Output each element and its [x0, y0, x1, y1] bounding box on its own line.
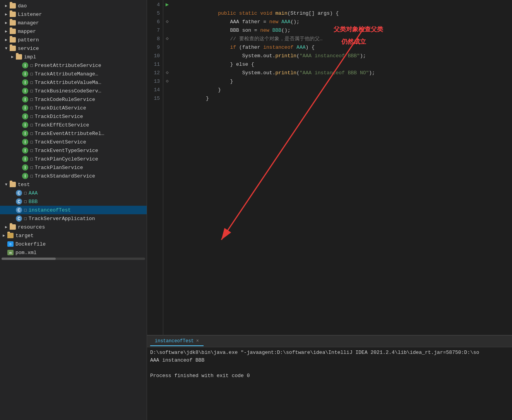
sidebar-item-label: TrackPlanCycleService — [35, 156, 98, 162]
annotation-line2: 仍然成立 — [341, 38, 366, 46]
console-cmd-line: D:\software\jdk8\bin\java.exe "-javaagen… — [150, 349, 509, 357]
code-line-6: BBB son = new BBB(); — [176, 18, 512, 26]
sidebar-item-label: resources — [18, 224, 45, 230]
sidebar-item-trackdicta[interactable]: I ◻ TrackDictAService — [0, 104, 147, 112]
sidebar-item-target[interactable]: ▶ target — [0, 231, 147, 240]
code-area[interactable]: public static void main(String[] args) {… — [171, 0, 512, 335]
sidebar-item-trackattrval[interactable]: I ◻ TrackAttributeValueMa… — [0, 78, 147, 87]
docker-icon: D — [7, 241, 14, 247]
sidebar-item-aaa[interactable]: C ◻ AAA — [0, 189, 147, 197]
sidebar-item-label: manager — [18, 20, 39, 26]
file-leaf-icon: ◻ — [24, 198, 27, 205]
sidebar-item-manager[interactable]: ▶ manager — [0, 19, 147, 27]
sidebar-item-trackdict[interactable]: I ◻ TrackDictService — [0, 112, 147, 121]
class-badge-icon: C — [15, 207, 22, 213]
sidebar-item-test[interactable]: ▼ test — [0, 180, 147, 189]
sidebar-item-trackeventattr[interactable]: I ◻ TrackEventAttributeRel… — [0, 129, 147, 138]
file-leaf-icon: ◻ — [30, 62, 33, 68]
interface-badge-icon: I — [22, 88, 29, 94]
main-layout: ▶ dao ▶ Listener ▶ manager ▶ mapper ▶ pa… — [0, 0, 512, 420]
sidebar-item-mapper[interactable]: ▶ mapper — [0, 27, 147, 36]
sidebar-item-trackserverapp[interactable]: C ◻ TrackServerApplication — [0, 214, 147, 223]
breakpoint-icon[interactable]: ◇ — [163, 68, 171, 77]
breakpoint-icon[interactable]: ◇ — [163, 77, 171, 85]
arrow-icon: ▼ — [3, 46, 9, 51]
sidebar-item-pomxml[interactable]: m pom.xml — [0, 248, 147, 257]
sidebar-item-label: test — [18, 182, 30, 188]
console-blank-line — [150, 364, 509, 372]
file-leaf-icon: ◻ — [30, 156, 33, 162]
folder-icon — [9, 37, 16, 43]
file-leaf-icon: ◻ — [24, 190, 27, 196]
sidebar-item-label: TrackStandardService — [35, 173, 95, 179]
sidebar-item-trackstd[interactable]: I ◻ TrackStandardService — [0, 172, 147, 180]
sidebar-item-instanceoftest[interactable]: C ◻ instanceofTest — [0, 206, 147, 214]
interface-badge-icon: I — [22, 62, 29, 68]
file-leaf-icon: ◻ — [30, 105, 33, 111]
sidebar-item-label: mapper — [18, 29, 36, 34]
sidebar-item-label: TrackEffEctService — [35, 122, 89, 128]
close-tab-button[interactable]: × — [196, 338, 199, 344]
sidebar-item-trackeventtype[interactable]: I ◻ TrackEventTypeService — [0, 146, 147, 155]
breakpoint-icon[interactable]: ◇ — [163, 17, 171, 26]
sidebar-scrollbar[interactable] — [2, 258, 145, 260]
interface-badge-icon: I — [22, 173, 29, 179]
file-leaf-icon: ◻ — [30, 139, 33, 145]
interface-badge-icon: I — [22, 164, 29, 171]
class-badge-icon: C — [15, 190, 22, 196]
sidebar-item-trackevent[interactable]: I ◻ TrackEventService — [0, 138, 147, 146]
console-finish-line: Process finished with exit code 0 — [150, 372, 509, 380]
code-line-13: } — [176, 77, 512, 86]
folder-icon — [9, 3, 16, 9]
sidebar-item-label: service — [18, 46, 39, 51]
code-line-4: public static void main(String[] args) { — [176, 1, 512, 9]
sidebar-item-listener[interactable]: ▶ Listener — [0, 10, 147, 19]
file-tree[interactable]: ▶ dao ▶ Listener ▶ manager ▶ mapper ▶ pa… — [0, 0, 147, 420]
sidebar-item-trackcode[interactable]: I ◻ TrackCodeRuleService — [0, 95, 147, 104]
run-tab[interactable]: instanceofTest × — [150, 337, 204, 346]
interface-badge-icon: I — [22, 122, 29, 128]
gutter-empty — [163, 43, 171, 51]
folder-icon — [15, 54, 22, 60]
sidebar-item-label: TrackAttributeManage… — [35, 71, 98, 77]
run-indicator: ▶ — [163, 0, 171, 9]
sidebar-item-trackplan[interactable]: I ◻ TrackPlanService — [0, 163, 147, 172]
sidebar-item-label: BBB — [29, 199, 38, 205]
sidebar-item-pattern[interactable]: ▶ pattern — [0, 36, 147, 44]
sidebar-item-bbb[interactable]: C ◻ BBB — [0, 197, 147, 206]
interface-badge-icon: I — [22, 71, 29, 77]
maven-icon: m — [7, 250, 14, 255]
sidebar-item-preset[interactable]: I ◻ PresetAttributeService — [0, 61, 147, 70]
folder-icon — [7, 233, 14, 238]
console-output: D:\software\jdk8\bin\java.exe "-javaagen… — [147, 347, 512, 420]
sidebar-item-trackeff[interactable]: I ◻ TrackEffEctService — [0, 121, 147, 129]
sidebar-item-trackbiz[interactable]: I ◻ TrackBusinessCodeServ… — [0, 87, 147, 95]
bottom-panel: instanceofTest × D:\software\jdk8\bin\ja… — [147, 335, 512, 420]
sidebar-item-trackplancycle[interactable]: I ◻ TrackPlanCycleService — [0, 155, 147, 163]
file-leaf-icon: ◻ — [30, 173, 33, 179]
sidebar-item-label: TrackPlanService — [35, 165, 83, 171]
sidebar-item-label: impl — [24, 54, 36, 60]
folder-icon — [9, 182, 16, 187]
gutter-empty — [163, 51, 171, 60]
code-line-12: } — [176, 69, 512, 77]
sidebar-item-dao[interactable]: ▶ dao — [0, 2, 147, 10]
sidebar-item-label: pom.xml — [15, 250, 37, 256]
gutter-empty — [163, 60, 171, 68]
folder-icon — [9, 20, 16, 26]
sidebar-item-trackattrmgr[interactable]: I ◻ TrackAttributeManage… — [0, 70, 147, 78]
breakpoint-icon[interactable]: ◇ — [163, 34, 171, 43]
interface-badge-icon: I — [22, 79, 29, 85]
sidebar-item-label: target — [15, 233, 34, 239]
sidebar-item-resources[interactable]: ▶ resources — [0, 223, 147, 231]
file-leaf-icon: ◻ — [30, 122, 33, 128]
file-leaf-icon: ◻ — [30, 71, 33, 77]
sidebar-item-service[interactable]: ▼ service — [0, 44, 147, 53]
code-line-14: } — [176, 86, 512, 94]
sidebar-item-label: PresetAttributeService — [35, 63, 101, 68]
folder-icon — [9, 224, 16, 230]
gutter-empty — [163, 9, 171, 17]
sidebar-item-dockerfile[interactable]: D Dockerfile — [0, 240, 147, 248]
file-leaf-icon: ◻ — [30, 96, 33, 102]
sidebar-item-impl[interactable]: ▶ impl — [0, 53, 147, 61]
